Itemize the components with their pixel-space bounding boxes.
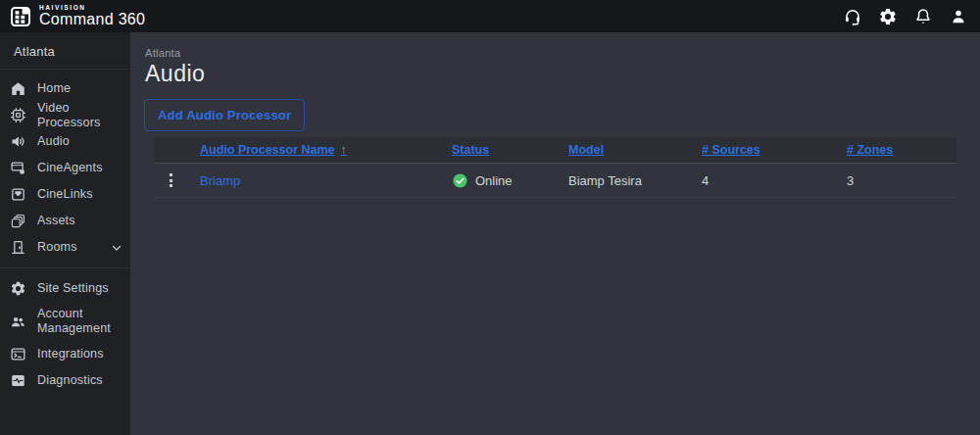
model-cell: Biamp Tesira [568, 173, 702, 188]
chevron-down-icon [111, 242, 122, 254]
main-content: Atlanta Audio Add Audio Processor Audio … [130, 32, 980, 435]
agent-window-icon [10, 160, 26, 176]
sidebar-item-label: Video Processors [37, 101, 122, 130]
sidebar-item-label: Diagnostics [37, 373, 103, 388]
table-header-row: Audio Processor Name ↑ Status Model # So… [154, 137, 956, 164]
sidebar-item-label: Integrations [37, 347, 104, 362]
page-title: Audio [145, 61, 980, 87]
support-headset-icon[interactable] [842, 6, 862, 26]
gear-icon [10, 280, 26, 297]
sidebar-nav: Home Video Processors Audio [0, 70, 130, 394]
row-kebab-menu-icon[interactable] [163, 171, 178, 189]
users-icon [10, 314, 26, 330]
audio-processors-table: Audio Processor Name ↑ Status Model # So… [154, 137, 956, 198]
sidebar-item-cinelinks[interactable]: CineLinks [0, 181, 130, 208]
breadcrumb: Atlanta [145, 47, 980, 59]
add-audio-processor-button[interactable]: Add Audio Processor [144, 99, 305, 131]
zones-cell: 3 [847, 173, 956, 188]
pulse-icon [10, 372, 26, 389]
terminal-icon [10, 346, 26, 362]
sidebar-item-cineagents[interactable]: CineAgents [0, 155, 130, 181]
processor-name-link[interactable]: Briamp [200, 173, 240, 188]
sidebar-item-label: Audio [37, 134, 70, 149]
haivision-logo-icon [9, 5, 32, 28]
table-header-zones[interactable]: # Zones [847, 143, 956, 157]
sidebar: Atlanta Home Video Processors [0, 32, 130, 435]
sidebar-item-label: Account Management [37, 307, 118, 336]
sidebar-item-assets[interactable]: Assets [0, 208, 130, 234]
sidebar-item-rooms[interactable]: Rooms [0, 234, 130, 261]
sidebar-item-label: Assets [37, 214, 75, 228]
topbar-icons [842, 6, 968, 26]
table-header-status[interactable]: Status [452, 143, 568, 157]
user-profile-icon[interactable] [948, 6, 968, 26]
layers-icon [10, 213, 26, 229]
sort-ascending-icon: ↑ [341, 143, 347, 157]
sidebar-item-home[interactable]: Home [0, 75, 130, 102]
table-row: Briamp Online Biamp Tesira 4 3 [154, 164, 956, 198]
sidebar-item-label: Home [37, 81, 71, 96]
brand-command360: Command 360 [39, 12, 145, 27]
sidebar-item-account-management[interactable]: Account Management [0, 302, 130, 341]
ethernet-port-icon [10, 186, 26, 203]
status-text: Online [475, 173, 513, 188]
table-header-sources[interactable]: # Sources [702, 143, 847, 157]
sidebar-item-label: CineAgents [37, 161, 103, 175]
sidebar-item-label: CineLinks [37, 187, 93, 202]
door-icon [10, 239, 26, 256]
sidebar-site-label: Atlanta [0, 32, 130, 69]
sidebar-item-integrations[interactable]: Integrations [0, 341, 130, 367]
chip-icon [10, 107, 26, 123]
sources-cell: 4 [702, 173, 847, 188]
home-icon [10, 80, 26, 97]
table-header-model[interactable]: Model [568, 143, 702, 157]
sidebar-item-video-processors[interactable]: Video Processors [0, 102, 130, 128]
sidebar-divider [0, 267, 130, 268]
sidebar-item-diagnostics[interactable]: Diagnostics [0, 367, 130, 394]
sidebar-item-label: Rooms [37, 240, 77, 255]
notifications-bell-icon[interactable] [912, 6, 933, 26]
table-header-name[interactable]: Audio Processor Name ↑ [200, 143, 452, 157]
settings-gear-icon[interactable] [877, 6, 898, 26]
sidebar-item-site-settings[interactable]: Site Settings [0, 275, 130, 302]
sidebar-item-label: Site Settings [37, 281, 109, 296]
check-circle-icon [452, 172, 468, 189]
speaker-icon [10, 133, 26, 150]
status-cell: Online [452, 172, 568, 189]
sidebar-item-audio[interactable]: Audio [0, 128, 130, 155]
brand-logo[interactable]: HAIVISION Command 360 [9, 5, 145, 28]
topbar: HAIVISION Command 360 [0, 0, 980, 32]
brand-text: HAIVISION Command 360 [39, 5, 145, 28]
